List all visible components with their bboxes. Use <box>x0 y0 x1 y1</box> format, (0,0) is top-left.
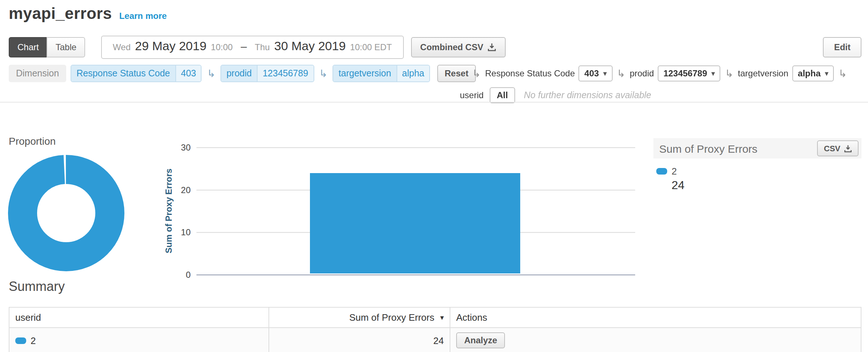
branch-arrow-icon: ↳ <box>207 68 215 79</box>
csv-label: CSV <box>824 144 840 153</box>
cell-sum: 24 <box>269 328 450 352</box>
learn-more-link[interactable]: Learn more <box>119 11 167 21</box>
y-tick-label: 10 <box>181 227 191 237</box>
breadcrumb-response-status-code[interactable]: Response Status Code 403 <box>71 65 202 82</box>
edit-button[interactable]: Edit <box>823 37 861 57</box>
branch-arrow-icon: ↳ <box>472 68 481 79</box>
targetversion-select[interactable]: alpha ▾ <box>792 65 834 81</box>
column-header-sum-label: Sum of Proxy Errors <box>349 312 434 323</box>
end-day: Thu <box>255 42 270 52</box>
end-time: 10:00 EDT <box>350 42 392 52</box>
donut-slice <box>23 169 110 257</box>
dimension-selectors: ↳ Response Status Code 403 ▾ ↳ prodid 12… <box>460 64 868 105</box>
view-toggle: Chart Table <box>9 37 85 57</box>
select-value: 123456789 <box>664 68 707 79</box>
sort-desc-icon: ▾ <box>440 313 444 321</box>
page-title: myapi_errors <box>9 4 112 23</box>
side-panel-title: Sum of Proxy Errors <box>659 142 757 155</box>
proportion-title: Proportion <box>9 135 56 147</box>
userid-all-button[interactable]: All <box>489 87 515 103</box>
table-row: 2 24 Analyze <box>9 327 861 352</box>
dimension-breadcrumbs: Dimension Response Status Code 403 ↳ pro… <box>9 64 476 83</box>
donut-chart <box>8 155 124 271</box>
column-header-sum[interactable]: Sum of Proxy Errors ▾ <box>269 308 450 327</box>
userid-label: userid <box>460 90 483 100</box>
legend-item[interactable]: 2 <box>656 166 861 177</box>
toolbar: Chart Table Wed 29 May 2019 10:00 – Thu … <box>9 36 861 58</box>
selector-label-targetversion: targetversion <box>738 68 788 79</box>
breadcrumb-value: 403 <box>175 65 201 81</box>
download-icon <box>487 43 496 52</box>
bar-chart: Sum of Proxy Errors 0102030 <box>163 140 648 285</box>
cell-actions: Analyze <box>450 328 862 352</box>
app-root: myapi_errors Learn more Chart Table Wed … <box>0 0 868 352</box>
csv-button[interactable]: CSV <box>817 140 859 156</box>
column-header-userid: userid <box>9 308 269 327</box>
start-date: 29 May 2019 <box>135 39 207 54</box>
breadcrumb-name: prodid <box>221 65 257 81</box>
selector-row: ↳ Response Status Code 403 ▾ ↳ prodid 12… <box>471 64 868 83</box>
breadcrumb-prodid[interactable]: prodid 123456789 <box>220 65 314 82</box>
select-value: alpha <box>798 68 821 79</box>
end-date: 30 May 2019 <box>274 39 346 54</box>
dimension-bar: Dimension Response Status Code 403 ↳ pro… <box>9 64 861 100</box>
breadcrumb-name: Response Status Code <box>71 65 175 81</box>
dimension-label: Dimension <box>9 65 66 82</box>
response-status-code-select[interactable]: 403 ▾ <box>578 65 612 81</box>
branch-arrow-icon: ↳ <box>725 68 733 79</box>
download-icon <box>844 144 852 152</box>
chart-view-button[interactable]: Chart <box>9 37 48 57</box>
column-header-actions: Actions <box>450 308 862 327</box>
combined-csv-button[interactable]: Combined CSV <box>411 37 506 57</box>
start-day: Wed <box>113 42 131 52</box>
branch-arrow-icon: ↳ <box>319 68 327 79</box>
y-tick-label: 0 <box>186 270 191 280</box>
branch-arrow-icon: ↳ <box>839 68 847 79</box>
cell-userid: 2 <box>9 328 269 352</box>
side-panel-header: Sum of Proxy Errors CSV <box>653 138 861 159</box>
breadcrumb-targetversion[interactable]: targetversion alpha <box>333 65 430 82</box>
section-divider <box>0 102 868 103</box>
summary-title: Summary <box>9 279 65 295</box>
bar-series-2[interactable] <box>310 173 520 273</box>
caret-down-icon: ▾ <box>603 70 606 77</box>
breadcrumb-value: 123456789 <box>257 65 313 81</box>
no-more-dimensions-text: No further dimensions available <box>524 90 651 100</box>
series-swatch <box>15 337 26 344</box>
caret-down-icon: ▾ <box>712 70 715 77</box>
branch-arrow-icon: ↳ <box>617 68 625 79</box>
start-time: 10:00 <box>211 42 233 52</box>
page-header: myapi_errors Learn more <box>9 4 167 23</box>
table-header-row: userid Sum of Proxy Errors ▾ Actions <box>9 308 861 327</box>
analyze-button[interactable]: Analyze <box>456 332 505 348</box>
y-tick-label: 30 <box>181 143 191 152</box>
y-axis-title: Sum of Proxy Errors <box>164 168 174 253</box>
combined-csv-label: Combined CSV <box>420 42 483 52</box>
breadcrumb-value: alpha <box>396 65 429 81</box>
select-value: 403 <box>584 68 599 79</box>
scale-wrap: myapi_errors Learn more Chart Table Wed … <box>0 0 868 352</box>
userid-value: 2 <box>31 335 36 346</box>
prodid-select[interactable]: 123456789 ▾ <box>658 65 721 81</box>
table-view-button[interactable]: Table <box>47 37 85 57</box>
side-panel: Sum of Proxy Errors CSV 2 24 <box>653 138 861 192</box>
breadcrumb-name: targetversion <box>334 65 397 81</box>
date-range-picker[interactable]: Wed 29 May 2019 10:00 – Thu 30 May 2019 … <box>101 36 403 59</box>
caret-down-icon: ▾ <box>825 70 828 77</box>
y-tick-label: 20 <box>181 185 191 195</box>
legend-label: 2 <box>672 166 677 177</box>
selector-label-response-status-code: Response Status Code <box>485 68 575 79</box>
summary-table: userid Sum of Proxy Errors ▾ Actions 2 2… <box>9 307 861 352</box>
legend-value: 24 <box>672 179 861 192</box>
selector-label-prodid: prodid <box>630 68 654 79</box>
legend-swatch <box>656 168 667 175</box>
date-range-separator: – <box>241 40 247 52</box>
